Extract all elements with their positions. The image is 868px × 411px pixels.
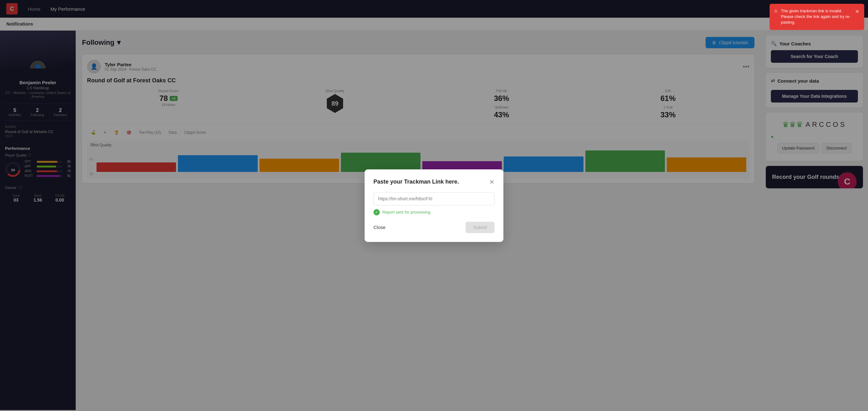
toast-close-button[interactable]: ✕ xyxy=(855,8,859,15)
modal-overlay: Paste your Trackman Link here. ✕ ✓ Repor… xyxy=(0,0,868,410)
warning-icon: ⚠ xyxy=(774,8,778,14)
trackman-link-input[interactable] xyxy=(373,192,495,205)
error-toast: ⚠ The given trackman link is invalid. Pl… xyxy=(770,4,864,30)
success-icon: ✓ xyxy=(373,209,380,215)
modal-title: Paste your Trackman Link here. xyxy=(373,179,459,185)
modal-header: Paste your Trackman Link here. ✕ xyxy=(373,178,495,186)
toast-message: The given trackman link is invalid. Plea… xyxy=(781,8,852,26)
trackman-modal: Paste your Trackman Link here. ✕ ✓ Repor… xyxy=(365,169,503,242)
modal-submit-button[interactable]: Submit xyxy=(466,222,495,233)
modal-actions: Close Submit xyxy=(373,222,495,233)
success-text: Report sent for processing xyxy=(382,210,430,215)
success-message: ✓ Report sent for processing xyxy=(373,209,495,215)
modal-close-button[interactable]: ✕ xyxy=(489,178,495,186)
modal-close-action-button[interactable]: Close xyxy=(373,222,385,232)
